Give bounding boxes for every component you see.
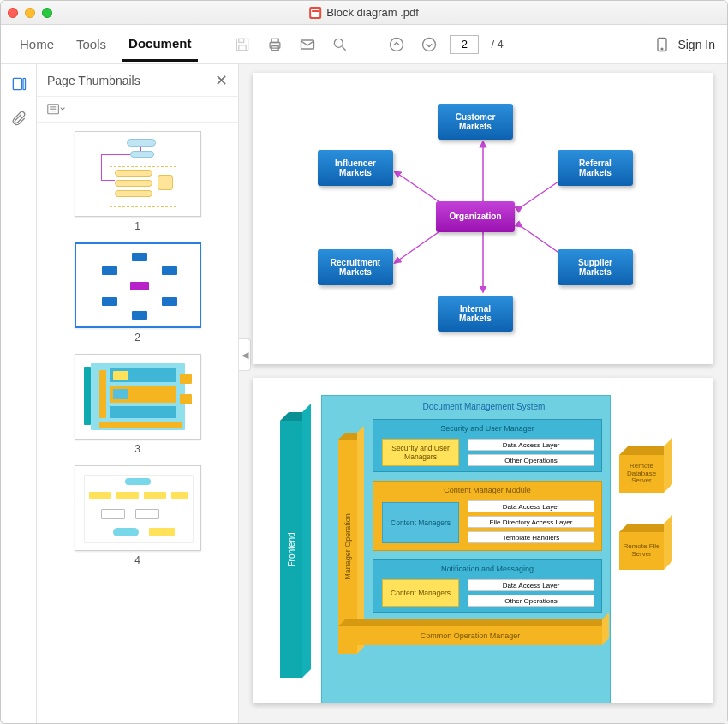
thumbnail-3-num: 3 — [75, 443, 201, 455]
thumbnail-2[interactable]: 2 — [75, 242, 201, 344]
close-window-button[interactable] — [8, 8, 18, 18]
left-rail — [1, 64, 37, 723]
thumbnails-panel: Page Thumbnails ✕ — [37, 64, 239, 723]
thumbnails-list[interactable]: 1 2 — [37, 123, 238, 723]
arch-sec2: Content Manager Module Content Managers … — [373, 481, 602, 551]
org-node-bl: Recruitment Markets — [318, 249, 393, 285]
document-area[interactable]: ◀ Organization — [239, 64, 727, 723]
toolbar: Home Tools Document / 4 Sign In — [1, 25, 727, 64]
maximize-window-button[interactable] — [42, 8, 52, 18]
thumbnail-3[interactable]: 3 — [75, 354, 201, 455]
thumbnails-options[interactable] — [37, 97, 238, 123]
page-2: Organization Customer Markets Influencer… — [253, 73, 713, 364]
titlebar: Block diagram .pdf — [1, 1, 727, 25]
thumbnails-rail-icon[interactable] — [8, 73, 30, 95]
minimize-window-button[interactable] — [25, 8, 35, 18]
remote-file-block: Remote File Server — [619, 532, 664, 570]
app-window: Block diagram .pdf Home Tools Document /… — [0, 0, 728, 724]
pdf-icon — [309, 7, 321, 19]
attachments-rail-icon[interactable] — [8, 107, 30, 129]
svg-point-9 — [423, 38, 436, 51]
remote-db-block: Remote Database Server — [619, 455, 664, 493]
svg-rect-2 — [239, 45, 246, 50]
title-text: Block diagram .pdf — [326, 6, 419, 19]
page-up-icon[interactable] — [385, 33, 409, 57]
common-op-block: Common Operation Manager — [338, 626, 602, 645]
svg-line-22 — [395, 227, 446, 263]
frontend-block: Frontend — [280, 421, 302, 678]
org-node-bottom: Internal Markets — [438, 296, 513, 332]
svg-point-7 — [335, 39, 343, 47]
svg-rect-6 — [301, 40, 314, 49]
email-icon[interactable] — [295, 33, 319, 57]
svg-rect-13 — [23, 78, 26, 89]
org-node-br: Supplier Markets — [558, 249, 633, 285]
window-title: Block diagram .pdf — [309, 6, 419, 19]
svg-rect-4 — [272, 39, 278, 42]
sign-in-button[interactable]: Sign In — [653, 36, 715, 53]
print-icon[interactable] — [263, 33, 287, 57]
org-node-tl: Influencer Markets — [318, 150, 393, 186]
arch-sec1: Security and User Manager Security and U… — [373, 419, 602, 472]
thumbnail-2-num: 2 — [75, 332, 201, 344]
tab-document[interactable]: Document — [122, 27, 198, 62]
svg-rect-12 — [13, 78, 21, 89]
thumbnail-1[interactable]: 1 — [75, 131, 201, 232]
org-node-tr: Referral Markets — [558, 150, 633, 186]
sign-in-label: Sign In — [677, 38, 715, 51]
arch-title: Document Management System — [381, 400, 587, 412]
arch-sec3: Notification and Messaging Content Manag… — [373, 559, 602, 613]
thumbnails-title: Page Thumbnails — [47, 74, 140, 87]
page-3: Frontend Manager Operation Document Mana… — [253, 378, 713, 703]
page-number-input[interactable] — [450, 35, 479, 54]
tab-home[interactable]: Home — [13, 28, 61, 60]
tab-tools[interactable]: Tools — [69, 28, 113, 60]
page-down-icon[interactable] — [417, 33, 441, 57]
save-icon[interactable] — [230, 33, 254, 57]
search-icon[interactable] — [328, 33, 352, 57]
thumbnail-4-num: 4 — [75, 554, 201, 566]
org-node-top: Customer Markets — [438, 104, 513, 140]
close-thumbnails-icon[interactable]: ✕ — [215, 71, 228, 90]
svg-rect-1 — [239, 39, 244, 42]
thumbnail-4[interactable]: 4 — [75, 465, 201, 566]
content-area: Page Thumbnails ✕ — [1, 64, 727, 723]
page-count: / 4 — [491, 38, 503, 51]
collapse-sidebar-handle[interactable]: ◀ — [239, 338, 251, 371]
svg-point-8 — [391, 38, 403, 51]
org-center-box: Organization — [436, 201, 515, 232]
thumbnails-header: Page Thumbnails ✕ — [37, 64, 238, 97]
svg-point-11 — [662, 48, 664, 50]
thumbnail-1-num: 1 — [75, 220, 201, 232]
window-controls — [8, 8, 52, 18]
